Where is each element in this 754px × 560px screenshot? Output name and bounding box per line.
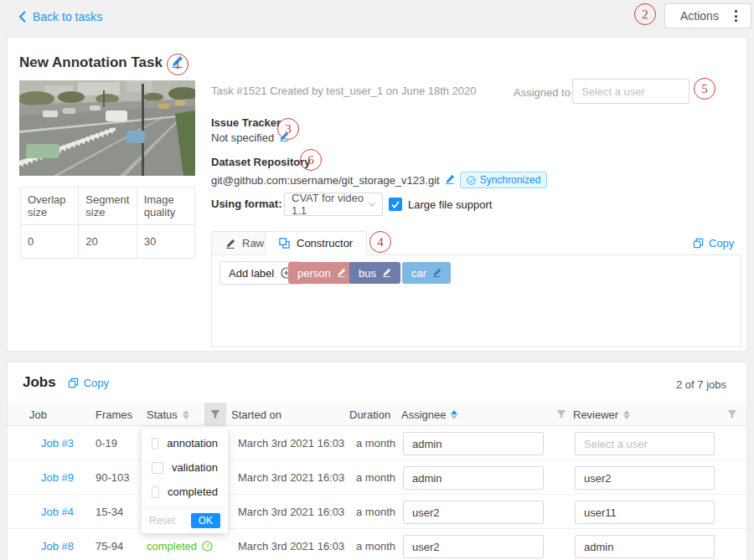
column-header-duration[interactable]: Duration bbox=[349, 403, 390, 426]
job-assignee-input[interactable] bbox=[403, 466, 544, 490]
annotation-circle-4: 4 bbox=[369, 231, 391, 253]
edit-label-icon[interactable] bbox=[432, 267, 442, 280]
job-reviewer-input[interactable] bbox=[575, 432, 715, 455]
tab-constructor[interactable]: Constructor bbox=[265, 231, 367, 255]
job-assignee-input[interactable] bbox=[403, 501, 544, 524]
label-chip-bus[interactable]: bus bbox=[349, 262, 400, 284]
label-chip-text: car bbox=[411, 267, 426, 280]
filter-option-completed[interactable]: completed bbox=[142, 480, 228, 507]
parameter-header: Segment size bbox=[79, 188, 137, 225]
jobs-copy-label: Copy bbox=[84, 377, 109, 389]
format-select[interactable]: CVAT for video 1.1 bbox=[284, 193, 383, 216]
issue-tracker-value: Not specified bbox=[211, 131, 274, 144]
filter-dropdown-footer: Reset OK bbox=[142, 507, 228, 533]
filter-ok-button[interactable]: OK bbox=[191, 513, 220, 528]
dataset-repository-label: Dataset Repository bbox=[211, 156, 310, 168]
checkbox-icon[interactable] bbox=[152, 486, 159, 498]
actions-button[interactable]: Actions bbox=[664, 3, 751, 28]
job-frames: 15-34 bbox=[96, 495, 123, 529]
task-assignee-input[interactable] bbox=[572, 79, 689, 104]
tab-constructor-label: Constructor bbox=[297, 237, 353, 249]
filter-reset-button[interactable]: Reset bbox=[149, 515, 175, 527]
check-circle-icon bbox=[467, 176, 476, 185]
label-chip-car[interactable]: car bbox=[402, 262, 451, 284]
issue-tracker-label: Issue Tracker bbox=[211, 116, 281, 129]
checkbox-icon[interactable] bbox=[152, 462, 163, 474]
job-assignee-input[interactable] bbox=[403, 535, 544, 558]
parameters-value-row: 0 20 30 bbox=[21, 225, 195, 259]
job-frames: 75-94 bbox=[96, 529, 123, 560]
back-to-tasks-link[interactable]: Back to tasks bbox=[18, 10, 102, 23]
checkbox-icon[interactable] bbox=[152, 438, 158, 450]
add-label-text: Add label bbox=[229, 267, 274, 280]
format-selected-value: CVAT for video 1.1 bbox=[292, 192, 369, 217]
jobs-header: Jobs Copy bbox=[23, 374, 109, 391]
parameter-value: 20 bbox=[79, 225, 137, 259]
edit-label-icon[interactable] bbox=[382, 267, 391, 280]
large-file-support-checkbox[interactable] bbox=[389, 198, 402, 211]
column-header-job[interactable]: Job bbox=[29, 403, 47, 426]
task-meta: Task #1521 Created by test_user_1 on Jun… bbox=[211, 85, 477, 97]
sync-status-badge: Synchronized bbox=[460, 172, 548, 188]
copy-icon bbox=[693, 238, 704, 249]
parameter-header: Overlap size bbox=[21, 188, 79, 225]
pencil-icon bbox=[225, 239, 235, 249]
edit-label-icon[interactable] bbox=[337, 267, 346, 280]
job-row: Job #3 0-19 March 3rd 2021 16:03 a month bbox=[8, 426, 746, 460]
back-link-label: Back to tasks bbox=[33, 10, 102, 23]
task-preview-image bbox=[19, 80, 195, 176]
assignee-filter-icon[interactable] bbox=[550, 403, 572, 426]
assigned-to-label: Assigned to bbox=[514, 86, 571, 99]
filter-option-label: completed bbox=[168, 486, 218, 498]
job-duration: a month bbox=[356, 529, 395, 560]
label-chip-text: bus bbox=[359, 267, 376, 280]
sync-status-label: Synchronized bbox=[480, 174, 541, 186]
status-filter-icon[interactable] bbox=[204, 403, 226, 426]
labels-copy-button[interactable]: Copy bbox=[693, 237, 734, 249]
cvat-task-page: Back to tasks Actions New Annotation Tas… bbox=[0, 0, 754, 560]
blocks-icon bbox=[279, 238, 290, 249]
job-link[interactable]: Job #8 bbox=[41, 529, 74, 560]
job-frames: 0-19 bbox=[96, 426, 117, 460]
job-reviewer-input[interactable] bbox=[575, 466, 715, 490]
column-header-status[interactable]: Status bbox=[147, 403, 189, 426]
parameter-value: 0 bbox=[21, 225, 79, 259]
annotation-circle-1: 1 bbox=[167, 54, 188, 75]
jobs-copy-button[interactable]: Copy bbox=[68, 377, 109, 389]
labels-copy-label: Copy bbox=[709, 237, 734, 249]
copy-icon bbox=[68, 378, 79, 388]
parameter-header: Image quality bbox=[137, 188, 194, 225]
job-assignee-input[interactable] bbox=[403, 432, 544, 455]
job-duration: a month bbox=[356, 495, 395, 529]
filter-option-annotation[interactable]: annotation bbox=[142, 428, 228, 455]
column-header-reviewer[interactable]: Reviewer bbox=[573, 403, 630, 426]
dataset-repository-row: git@github.com:username/git_storage_v123… bbox=[211, 172, 547, 188]
status-filter-dropdown: annotation validation completed Reset OK bbox=[142, 428, 228, 533]
sort-icon[interactable] bbox=[623, 410, 630, 419]
jobs-count: 2 of 7 jobs bbox=[676, 378, 726, 391]
job-started: March 3rd 2021 16:03 bbox=[238, 495, 344, 529]
actions-button-label: Actions bbox=[680, 9, 719, 23]
sort-icon[interactable] bbox=[183, 410, 189, 419]
column-header-started[interactable]: Started on bbox=[231, 403, 281, 426]
question-circle-icon[interactable]: ? bbox=[202, 541, 213, 552]
sort-icon-active[interactable] bbox=[451, 410, 457, 419]
job-reviewer-input[interactable] bbox=[575, 501, 715, 524]
filter-option-validation[interactable]: validation bbox=[142, 455, 228, 480]
annotation-circle-6: 6 bbox=[300, 149, 322, 171]
job-link[interactable]: Job #9 bbox=[41, 460, 74, 495]
dataset-repository-url: git@github.com:username/git_storage_v123… bbox=[211, 174, 440, 187]
job-link[interactable]: Job #4 bbox=[41, 495, 74, 529]
label-chip-person[interactable]: person bbox=[288, 262, 355, 284]
job-row: Job #9 90-103 March 3rd 2021 16:03 a mon… bbox=[8, 460, 746, 495]
job-started: March 3rd 2021 16:03 bbox=[238, 460, 344, 495]
job-reviewer-input[interactable] bbox=[575, 535, 715, 558]
chevron-left-icon bbox=[18, 11, 27, 23]
reviewer-filter-icon[interactable] bbox=[721, 403, 743, 426]
column-header-frames[interactable]: Frames bbox=[96, 403, 132, 426]
chevron-down-icon bbox=[369, 202, 376, 208]
kebab-menu-icon bbox=[731, 8, 741, 23]
job-link[interactable]: Job #3 bbox=[41, 426, 74, 460]
column-header-assignee[interactable]: Assignee bbox=[401, 403, 457, 426]
edit-repository-icon[interactable] bbox=[445, 174, 455, 187]
